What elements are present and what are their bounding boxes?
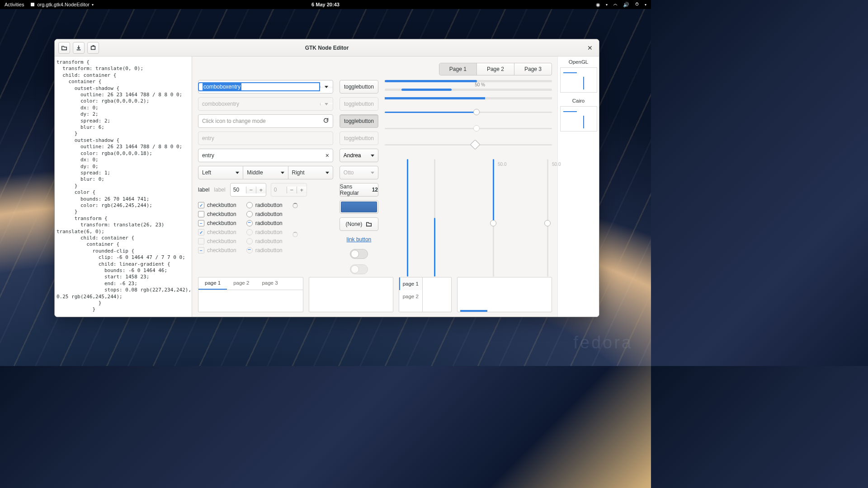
radiobutton-mixed[interactable]: radiobutton: [246, 220, 283, 226]
opengl-thumbnail[interactable]: [560, 67, 597, 93]
widget-preview: Page 1 Page 2 Page 3 comboboxentry combo…: [192, 56, 557, 317]
radiobutton-unchecked[interactable]: radiobutton: [246, 202, 283, 208]
combo-dropdown-icon[interactable]: [320, 86, 333, 88]
comboboxentry-1[interactable]: comboboxentry: [198, 80, 333, 94]
notebook-side-tabs: page 1 page 2: [399, 277, 452, 312]
levelbar: [385, 97, 552, 99]
progressbar-1: [385, 80, 552, 82]
close-button[interactable]: ✕: [585, 42, 595, 53]
save-button[interactable]: [73, 42, 85, 54]
nb1-tab1[interactable]: page 1: [198, 277, 227, 290]
vscale-4-dis: 50.0: [543, 159, 552, 277]
renderer-cairo-label[interactable]: Cairo: [558, 95, 599, 105]
volume-icon[interactable]: 🔊: [623, 2, 629, 8]
stack-switcher: Page 1 Page 2 Page 3: [439, 63, 552, 75]
switch-1[interactable]: [350, 249, 368, 259]
notebook-bottom-tabs: [457, 277, 552, 312]
togglebutton-4-dis: togglebutton: [340, 131, 378, 145]
code-editor[interactable]: transform { transform: translate(0, 0); …: [55, 56, 192, 317]
entry-disabled: entry: [198, 131, 333, 145]
label-2-disabled: label: [214, 187, 225, 193]
gnome-topbar: Activities org.gtk.gtk4.NodeEditor ▾ 6 M…: [0, 0, 651, 9]
link-button[interactable]: link button: [340, 236, 378, 243]
spinner-icon: [292, 203, 298, 208]
cairo-thumbnail[interactable]: [560, 106, 597, 131]
dropdown-right[interactable]: Right: [288, 166, 333, 179]
nb1-tab2[interactable]: page 2: [227, 277, 255, 290]
checkbutton-checked[interactable]: checkbutton: [198, 202, 236, 208]
scale-2-dis: [385, 124, 552, 133]
accessibility-icon[interactable]: ◉: [596, 2, 600, 8]
clock[interactable]: 6 May 20:43: [311, 2, 340, 7]
nb1-tab3[interactable]: page 3: [255, 277, 284, 290]
togglebutton-2-dis: togglebutton: [340, 97, 378, 111]
icon-mode-entry[interactable]: Click icon to change mode: [198, 114, 333, 128]
vscale-3[interactable]: 50.0: [489, 159, 498, 277]
spin-plus[interactable]: +: [256, 187, 266, 193]
page1-tab[interactable]: Page 1: [439, 63, 477, 75]
togglebutton-1[interactable]: togglebutton: [340, 80, 378, 94]
checkbutton-dis-mixed: checkbutton: [198, 247, 236, 253]
progressbar-2: 50 %: [385, 89, 552, 91]
refresh-icon[interactable]: [323, 117, 329, 125]
renderer-opengl-label[interactable]: OpenGL: [558, 56, 599, 66]
nb3-tab1[interactable]: page 1: [399, 277, 422, 290]
export-button[interactable]: [87, 42, 99, 54]
checkbutton-dis-checked: checkbutton: [198, 229, 236, 235]
dropdown-andrea[interactable]: Andrea: [340, 149, 378, 162]
spin-minus[interactable]: −: [246, 187, 256, 193]
checkbutton-mixed[interactable]: checkbutton: [198, 220, 236, 226]
vscale-2[interactable]: [430, 159, 439, 277]
spinbutton-1[interactable]: 50−+: [230, 183, 266, 197]
node-editor-window: GTK Node Editor ✕ transform { transform:…: [54, 39, 599, 317]
svg-rect-0: [31, 3, 34, 6]
checkbutton-unchecked[interactable]: checkbutton: [198, 211, 236, 217]
power-icon[interactable]: [635, 2, 639, 7]
spinner-icon-dis: [292, 232, 298, 237]
app-menu[interactable]: org.gtk.gtk4.NodeEditor ▾: [30, 2, 94, 7]
dropdown-otto: Otto: [340, 166, 378, 179]
notebook-top-tabs: page 1 page 2 page 3: [198, 277, 303, 312]
dropdown-left[interactable]: Left: [198, 166, 243, 179]
switch-2-dis: [350, 264, 368, 274]
togglebutton-3-pressed[interactable]: togglebutton: [340, 114, 378, 128]
page3-tab[interactable]: Page 3: [514, 63, 552, 75]
label-1: label: [198, 187, 209, 193]
window-title: GTK Node Editor: [305, 45, 349, 51]
activities-button[interactable]: Activities: [5, 2, 24, 7]
svg-rect-3: [91, 46, 95, 49]
open-button[interactable]: [58, 42, 70, 54]
page2-tab[interactable]: Page 2: [477, 63, 514, 75]
comboboxentry-2: comboboxentry: [198, 97, 333, 111]
radiobutton-dis-mixed: radiobutton: [246, 247, 283, 253]
radiobutton-unchecked2[interactable]: radiobutton: [246, 211, 283, 217]
checkbutton-dis: checkbutton: [198, 238, 236, 244]
nb4-active-indicator: [460, 310, 487, 312]
dropdown-middle[interactable]: Middle: [243, 166, 288, 179]
radiobutton-dis2: radiobutton: [246, 238, 283, 244]
file-chooser-button[interactable]: (None): [340, 217, 378, 231]
nb3-tab2[interactable]: page 2: [399, 290, 422, 303]
clear-icon[interactable]: ×: [326, 152, 329, 159]
titlebar[interactable]: GTK Node Editor ✕: [55, 39, 599, 56]
radiobutton-dis: radiobutton: [246, 229, 283, 235]
notebook-empty: [309, 277, 393, 312]
network-icon[interactable]: [613, 2, 618, 7]
fedora-watermark: fedora: [573, 333, 633, 352]
folder-icon: [366, 221, 372, 227]
scale-marks[interactable]: [385, 140, 552, 149]
vscale-1[interactable]: [403, 159, 412, 277]
color-button[interactable]: [340, 200, 378, 214]
spinbutton-2: 0−+: [271, 183, 307, 197]
entry-with-clear[interactable]: entry ×: [198, 149, 333, 162]
font-button[interactable]: Sans Regular12: [340, 183, 378, 197]
scale-1[interactable]: [385, 108, 552, 117]
renderer-sidebar: OpenGL Cairo: [557, 56, 599, 317]
